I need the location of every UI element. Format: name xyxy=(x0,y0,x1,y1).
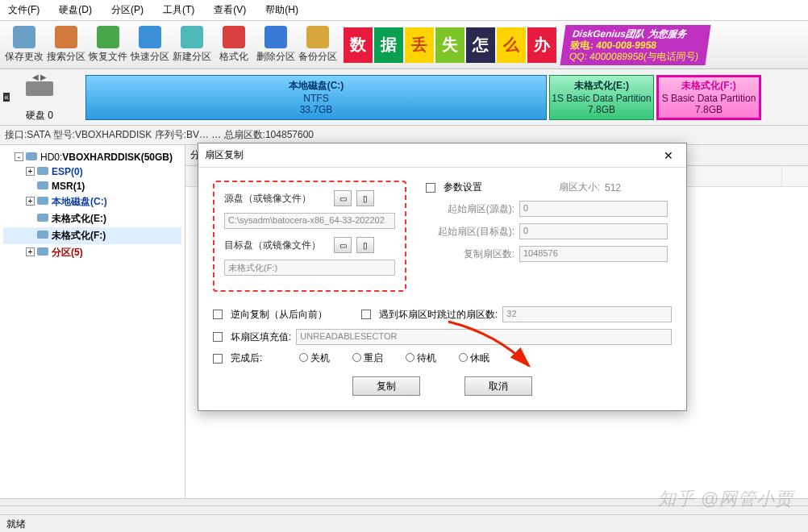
sector-size-value: 512 xyxy=(605,182,621,193)
target-path: 未格式化(F:) xyxy=(224,260,395,276)
banner-title: DiskGenius团队 为您服务 xyxy=(572,28,702,39)
partition-block[interactable]: 未格式化(E:)1S Basic Data Partition7.8GB xyxy=(549,75,654,120)
banner: 数据丢失怎么办 DiskGenius团队 为您服务 致电: 400-008-99… xyxy=(344,24,708,66)
param-label: 参数设置 xyxy=(444,181,482,194)
banner-char: 怎 xyxy=(466,27,495,63)
banner-char: 失 xyxy=(435,27,464,63)
toolbar-button[interactable]: 保存更改 xyxy=(3,26,45,64)
skip-checkbox[interactable] xyxy=(361,310,371,319)
banner-char: 么 xyxy=(497,27,526,63)
after-label: 完成后: xyxy=(231,351,262,365)
after-checkbox[interactable] xyxy=(213,354,223,364)
banner-char: 数 xyxy=(344,27,373,63)
tree-node[interactable]: MSR(1) xyxy=(3,179,181,193)
reverse-checkbox[interactable] xyxy=(213,310,223,319)
disk-tree[interactable]: -HD0:VBOXHARDDISK(50GB)+ESP(0)MSR(1)+本地磁… xyxy=(0,145,185,498)
after-option[interactable]: 重启 xyxy=(352,351,383,365)
cancel-button[interactable]: 取消 xyxy=(464,376,532,396)
target-file-button[interactable]: ▯ xyxy=(356,237,374,253)
skip-input[interactable]: 32 xyxy=(502,306,672,322)
menu-item[interactable]: 查看(V) xyxy=(209,2,251,19)
after-option[interactable]: 待机 xyxy=(406,351,436,365)
banner-char: 办 xyxy=(527,27,556,63)
disk-icon: ◀ ▶ 硬盘 0 xyxy=(11,73,68,123)
toolbar-button[interactable]: 恢复文件 xyxy=(87,26,129,64)
target-label: 目标盘（或镜像文件） xyxy=(224,239,329,252)
after-option[interactable]: 关机 xyxy=(299,351,330,365)
start-src-label: 起始扇区(源盘): xyxy=(426,202,514,216)
sector-copy-dialog: 扇区复制 ✕ 源盘（或镜像文件） ▭ ▯ C:\sysadm\batocera-… xyxy=(198,143,687,411)
banner-qq: QQ: 4000089958(与电话同号) xyxy=(569,51,699,62)
reverse-label: 逆向复制（从后向前） xyxy=(231,308,327,322)
toolbar-button[interactable]: 删除分区 xyxy=(255,26,297,64)
partition-bar: « ◀ ▶ 硬盘 0 本地磁盘(C:)NTFS33.7GB未格式化(E:)1S … xyxy=(0,69,808,126)
target-disk-button[interactable]: ▭ xyxy=(334,237,352,253)
fill-checkbox[interactable] xyxy=(213,332,223,342)
tree-node[interactable]: 未格式化(F:) xyxy=(3,227,181,244)
source-label: 源盘（或镜像文件） xyxy=(224,192,329,206)
banner-char: 丢 xyxy=(405,27,434,63)
toolbar-button[interactable]: 快速分区 xyxy=(129,26,171,64)
toolbar-button[interactable]: 格式化 xyxy=(213,26,255,64)
start-dst-label: 起始扇区(目标盘): xyxy=(426,225,514,239)
skip-label: 遇到坏扇区时跳过的扇区数: xyxy=(379,308,498,322)
toolbar-button[interactable]: 备份分区 xyxy=(297,26,339,64)
fill-input[interactable]: UNREADABLESECTOR xyxy=(296,329,672,345)
menu-bar: 文件(F)硬盘(D)分区(P)工具(T)查看(V)帮助(H) xyxy=(0,0,808,21)
menu-item[interactable]: 工具(T) xyxy=(158,2,199,19)
dialog-title: 扇区复制 xyxy=(205,148,244,162)
toolbar-button[interactable]: 新建分区 xyxy=(171,26,213,64)
menu-item[interactable]: 分区(P) xyxy=(106,2,148,19)
toolbar: 保存更改搜索分区恢复文件快速分区新建分区格式化删除分区备份分区 数据丢失怎么办 … xyxy=(0,21,808,69)
tree-node[interactable]: +分区(5) xyxy=(3,244,181,261)
partition-block[interactable]: 本地磁盘(C:)NTFS33.7GB xyxy=(85,75,547,120)
toolbar-button[interactable]: 搜索分区 xyxy=(45,26,87,64)
close-icon[interactable]: ✕ xyxy=(657,149,680,162)
sector-size-label: 扇区大小: xyxy=(511,181,600,194)
start-src-input[interactable]: 0 xyxy=(519,201,668,217)
copy-button[interactable]: 复制 xyxy=(352,376,420,396)
param-checkbox[interactable] xyxy=(426,183,435,193)
menu-item[interactable]: 硬盘(D) xyxy=(54,2,97,19)
tree-node[interactable]: +本地磁盘(C:) xyxy=(3,193,181,210)
source-target-box: 源盘（或镜像文件） ▭ ▯ C:\sysadm\batocera-x86_64-… xyxy=(213,181,406,292)
banner-tel: 致电: 400-008-9958 xyxy=(570,39,701,51)
tree-node[interactable]: -HD0:VBOXHARDDISK(50GB) xyxy=(3,150,181,164)
partition-block[interactable]: 未格式化(F:)S Basic Data Partition7.8GB xyxy=(656,75,761,120)
after-option[interactable]: 休眠 xyxy=(459,351,489,365)
fill-label: 坏扇区填充值: xyxy=(231,330,291,344)
menu-item[interactable]: 文件(F) xyxy=(3,2,44,19)
source-disk-button[interactable]: ▭ xyxy=(334,190,352,206)
banner-char: 据 xyxy=(374,27,403,63)
tree-node[interactable]: 未格式化(E:) xyxy=(3,210,181,227)
source-path: C:\sysadm\batocera-x86_64-33-202202 xyxy=(224,213,395,229)
copy-count-input[interactable]: 1048576 xyxy=(519,246,668,262)
tree-node[interactable]: +ESP(0) xyxy=(3,164,181,179)
copy-count-label: 复制扇区数: xyxy=(426,247,514,261)
menu-item[interactable]: 帮助(H) xyxy=(260,2,303,19)
status-bar: 就绪 xyxy=(0,514,808,532)
start-dst-input[interactable]: 0 xyxy=(519,223,668,239)
source-file-button[interactable]: ▯ xyxy=(356,190,374,206)
